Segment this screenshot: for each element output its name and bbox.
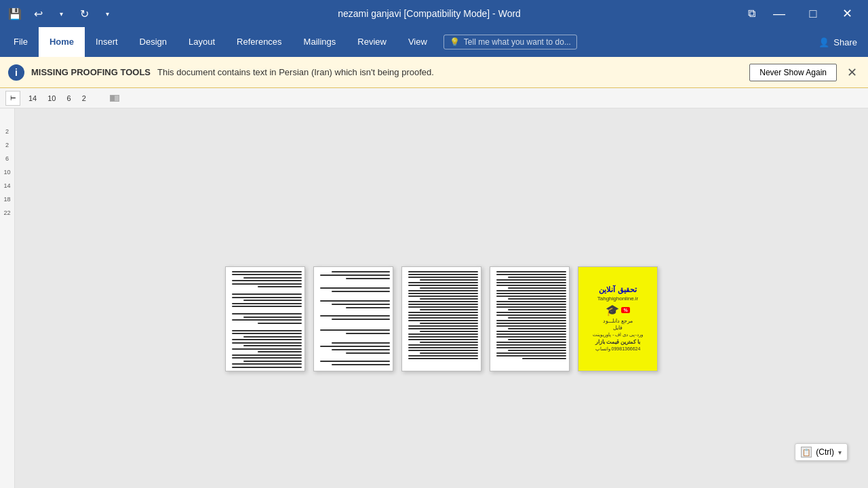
tab-layout[interactable]: Layout — [178, 27, 226, 57]
ruler-align-button[interactable]: ⊢ — [5, 91, 20, 106]
ribbon-search-box[interactable]: 💡 Tell me what you want to do... — [443, 35, 577, 49]
page-5-ad-content: تحقیق آنلاین Tahghighonline.ir 🎓 % مرجع … — [578, 267, 657, 371]
page-2-thumbnail[interactable] — [313, 266, 393, 371]
ribbon-search-area: 💡 Tell me what you want to do... — [438, 27, 810, 57]
never-show-again-button[interactable]: Never Show Again — [749, 64, 837, 81]
tab-insert[interactable]: Insert — [85, 27, 129, 57]
ad-site-name: تحقیق آنلاین — [599, 285, 636, 294]
clipboard-icon: 📋 — [801, 447, 812, 458]
page-4-thumbnail[interactable] — [490, 266, 570, 371]
minimize-button[interactable]: — — [764, 0, 795, 27]
share-button[interactable]: 👤 Share — [810, 27, 865, 57]
undo-icon[interactable]: ↩ — [28, 4, 47, 23]
page-5-thumbnail[interactable]: تحقیق آنلاین Tahghighonline.ir 🎓 % مرجع … — [578, 266, 658, 371]
ruler-num-10: 10 — [47, 94, 56, 102]
ribbon-search-placeholder: Tell me what you want to do... — [464, 37, 571, 47]
ad-phone: 09981366624 واتساپ — [595, 346, 641, 352]
pages-container: تحقیق آنلاین Tahghighonline.ir 🎓 % مرجع … — [212, 253, 671, 385]
tab-view[interactable]: View — [397, 27, 438, 57]
tab-review[interactable]: Review — [347, 27, 397, 57]
title-bar-left: 💾 ↩ ▾ ↻ ▾ — [5, 4, 117, 23]
tab-design[interactable]: Design — [129, 27, 178, 57]
page-3-thumbnail[interactable] — [401, 266, 481, 371]
notification-bar: i MISSING PROOFING TOOLS This document c… — [0, 57, 868, 88]
tab-file[interactable]: File — [3, 27, 39, 57]
ad-subtitle: مرجع دانلـــود — [603, 318, 633, 324]
close-button[interactable]: ✕ — [831, 0, 863, 27]
paste-dropdown-arrow[interactable]: ▾ — [838, 449, 842, 456]
tab-mailings[interactable]: Mailings — [293, 27, 347, 57]
ruler-numbers: 14 10 6 2 | — [20, 94, 127, 102]
share-person-icon: 👤 — [818, 37, 829, 47]
ad-format-label: ورد-پی دی اف - پاورپوینت — [593, 332, 642, 338]
ribbon: File Home Insert Design Layout Reference… — [0, 27, 868, 57]
redo-icon[interactable]: ↻ — [75, 4, 94, 23]
ruler-num-6: 6 — [67, 94, 71, 102]
undo-dropdown[interactable]: ▾ — [52, 4, 71, 23]
main-area: 2 2 6 10 14 18 22 — [0, 108, 868, 488]
title-bar: 💾 ↩ ▾ ↻ ▾ nezami ganjavi [Compatibility … — [0, 0, 868, 27]
ruler-num-14: 14 — [28, 94, 37, 102]
ruler-num-2: 2 — [82, 94, 86, 102]
paste-ctrl-label: (Ctrl) — [816, 447, 834, 457]
ad-url: Tahghighonline.ir — [597, 296, 639, 302]
ad-tagline: با کمترین قیمت بازار — [595, 339, 641, 345]
ruler-area: ⊢ 14 10 6 2 | — [0, 88, 868, 108]
title-bar-right: ⧉ — □ ✕ — [742, 0, 863, 27]
tab-references[interactable]: References — [226, 27, 292, 57]
left-ruler-numbers: 2 2 6 10 14 18 22 — [3, 125, 10, 220]
page-1-content — [226, 267, 304, 371]
maximize-button[interactable]: □ — [797, 0, 829, 27]
document-area: تحقیق آنلاین Tahghighonline.ir 🎓 % مرجع … — [15, 108, 868, 488]
left-vertical-ruler: 2 2 6 10 14 18 22 — [0, 108, 15, 488]
search-lightbulb-icon: 💡 — [450, 37, 460, 47]
page-2-content — [314, 267, 393, 369]
notification-title: MISSING PROOFING TOOLS — [31, 67, 151, 77]
notification-info-icon: i — [8, 64, 24, 81]
save-icon[interactable]: 💾 — [5, 4, 24, 23]
ad-discount-badge: % — [621, 307, 629, 313]
ad-file-label: فایل — [613, 325, 623, 331]
notification-close-button[interactable]: ✕ — [844, 64, 860, 81]
share-label: Share — [833, 37, 857, 47]
paste-options-tooltip[interactable]: 📋 (Ctrl) ▾ — [795, 443, 848, 461]
notification-message: This document contains text in Persian (… — [157, 67, 743, 77]
page-4-content — [490, 267, 569, 363]
page-1-thumbnail[interactable] — [225, 266, 305, 371]
window-title: nezami ganjavi [Compatibility Mode] - Wo… — [117, 8, 742, 19]
customize-icon[interactable]: ▾ — [98, 4, 117, 23]
restore-down-icon[interactable]: ⧉ — [742, 4, 761, 23]
tab-home[interactable]: Home — [39, 27, 85, 57]
page-3-content — [402, 267, 481, 363]
